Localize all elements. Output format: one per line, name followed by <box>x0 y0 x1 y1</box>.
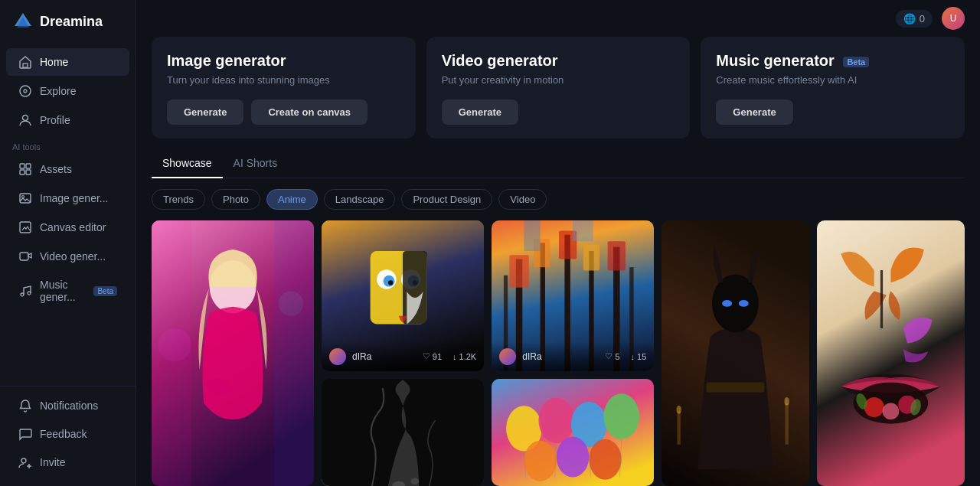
sidebar-item-notifications[interactable]: Notifications <box>6 392 129 419</box>
sidebar-item-image-gen[interactable]: Image gener... <box>6 184 129 212</box>
svg-point-55 <box>604 393 640 439</box>
svg-point-56 <box>524 440 557 481</box>
svg-rect-72 <box>817 220 965 486</box>
svg-rect-9 <box>26 170 31 175</box>
svg-rect-2 <box>23 64 28 67</box>
filter-trends[interactable]: Trends <box>152 189 205 210</box>
sidebar-item-invite[interactable]: Invite <box>6 448 129 476</box>
barbie-image <box>152 220 314 486</box>
image-gen-icon <box>18 191 32 205</box>
grid-col-4 <box>662 220 809 486</box>
profile-icon <box>18 113 32 127</box>
sidebar-item-assets-label: Assets <box>40 163 72 175</box>
credits-count: 0 <box>920 13 925 24</box>
image-generator-card: Image generator Turn your ideas into stu… <box>152 37 416 139</box>
sidebar-item-profile[interactable]: Profile <box>6 106 129 134</box>
svg-rect-7 <box>26 164 31 168</box>
filter-landscape[interactable]: Landscape <box>324 189 396 210</box>
music-generate-button[interactable]: Generate <box>716 99 792 125</box>
svg-point-4 <box>24 90 27 93</box>
sidebar-item-feedback[interactable]: Feedback <box>6 420 129 448</box>
svg-rect-50 <box>573 220 593 241</box>
assets-icon <box>18 162 32 176</box>
music-generator-card: Music generator Beta Create music effort… <box>701 37 965 139</box>
sidebar: Dreamina Home Explore Profile AI tools <box>0 0 136 486</box>
forest-user-name: dIRa <box>522 351 599 362</box>
warrior-image <box>662 220 809 486</box>
tab-ai-shorts[interactable]: AI Shorts <box>223 151 289 178</box>
svg-point-15 <box>28 292 31 295</box>
filter-row: Trends Photo Anime Landscape Product Des… <box>152 189 965 210</box>
sidebar-item-invite-label: Invite <box>40 456 65 468</box>
svg-point-71 <box>785 397 790 406</box>
svg-rect-6 <box>20 164 24 168</box>
image-card-warrior[interactable] <box>662 220 809 486</box>
sidebar-bottom: Notifications Feedback Invite <box>0 386 136 481</box>
sidebar-item-video-gen[interactable]: Video gener... <box>6 243 129 270</box>
svg-point-22 <box>279 291 304 316</box>
svg-point-14 <box>21 293 24 296</box>
forest-downloads: ↓ 15 <box>631 352 647 361</box>
filter-anime[interactable]: Anime <box>266 189 318 210</box>
svg-point-74 <box>864 397 884 417</box>
credits-display: 🌐 0 <box>896 10 933 28</box>
svg-rect-8 <box>20 170 24 175</box>
svg-point-30 <box>388 280 393 285</box>
svg-point-69 <box>677 406 682 414</box>
explore-icon <box>18 84 32 98</box>
filter-video[interactable]: Video <box>498 189 547 210</box>
video-gen-title: Video generator <box>442 52 675 70</box>
canvas-icon <box>18 220 32 234</box>
image-card-butterfly[interactable] <box>817 220 965 486</box>
image-card-sponge[interactable]: dIRa ♡ 91 ↓ 1.2K <box>322 220 484 371</box>
forest-likes: ♡ 5 <box>605 351 619 361</box>
image-gen-desc: Turn your ideas into stunning images <box>167 74 400 86</box>
sidebar-item-home[interactable]: Home <box>6 48 129 76</box>
svg-point-66 <box>739 300 749 307</box>
svg-point-57 <box>557 436 589 477</box>
image-card-ink[interactable] <box>322 379 484 486</box>
grid-col-2: dIRa ♡ 91 ↓ 1.2K <box>322 220 484 486</box>
sidebar-item-image-gen-label: Image gener... <box>40 192 109 204</box>
sidebar-item-home-label: Home <box>40 56 68 68</box>
video-generator-card: Video generator Put your creativity in m… <box>426 37 691 139</box>
image-gen-title: Image generator <box>167 52 400 70</box>
sidebar-item-profile-label: Profile <box>40 114 70 126</box>
svg-point-5 <box>23 116 28 121</box>
svg-rect-13 <box>20 253 28 260</box>
svg-point-65 <box>722 300 732 307</box>
filter-photo[interactable]: Photo <box>211 189 260 210</box>
grid-col-3: dIRa ♡ 5 ↓ 15 <box>492 220 654 486</box>
sponge-overlay: dIRa ♡ 91 ↓ 1.2K <box>322 342 484 371</box>
svg-point-11 <box>22 196 24 198</box>
create-on-canvas-button[interactable]: Create on canvas <box>251 99 368 125</box>
sidebar-item-explore[interactable]: Explore <box>6 77 129 105</box>
balloons-image <box>492 379 654 486</box>
sidebar-item-music-gen[interactable]: Music gener... Beta <box>6 272 129 310</box>
sidebar-item-assets[interactable]: Assets <box>6 155 129 183</box>
generator-row: Image generator Turn your ideas into stu… <box>136 37 980 151</box>
image-card-barbie[interactable] <box>152 220 314 486</box>
user-avatar[interactable]: U <box>942 7 965 30</box>
image-generate-button[interactable]: Generate <box>167 99 243 125</box>
sidebar-item-notifications-label: Notifications <box>40 400 98 412</box>
video-generate-button[interactable]: Generate <box>442 99 518 125</box>
image-card-forest[interactable]: dIRa ♡ 5 ↓ 15 <box>492 220 654 371</box>
svg-rect-67 <box>707 382 765 392</box>
filter-product-design[interactable]: Product Design <box>401 189 492 210</box>
sponge-user-avatar <box>329 348 346 365</box>
svg-rect-49 <box>524 220 541 251</box>
svg-point-75 <box>883 403 900 420</box>
svg-rect-70 <box>786 403 789 445</box>
image-card-balloons[interactable] <box>492 379 654 486</box>
music-gen-title: Music generator Beta <box>716 52 949 70</box>
grid-col-5 <box>817 220 965 486</box>
invite-icon <box>18 455 32 469</box>
svg-rect-10 <box>20 194 31 203</box>
svg-rect-47 <box>583 244 599 270</box>
music-gen-icon <box>18 284 32 298</box>
sidebar-item-canvas[interactable]: Canvas editor <box>6 214 129 241</box>
svg-rect-68 <box>678 411 681 444</box>
butterfly-image <box>817 220 965 486</box>
tab-showcase[interactable]: Showcase <box>152 151 223 178</box>
